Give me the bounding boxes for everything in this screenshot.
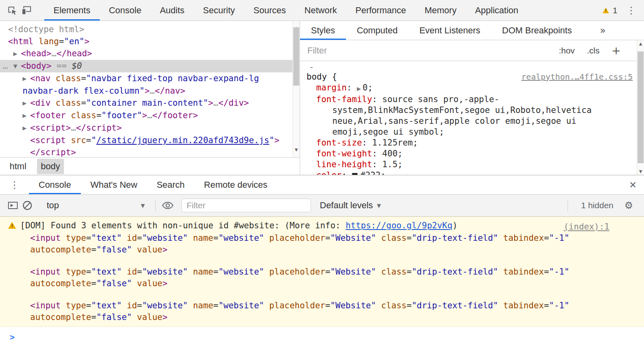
code-token: "drip-text-field" bbox=[412, 267, 498, 277]
inspect-element-button[interactable] bbox=[5, 3, 19, 18]
drawer-menu-icon[interactable]: ⋮ bbox=[7, 178, 22, 192]
collapse-arrow-icon[interactable]: ▼ bbox=[13, 60, 21, 72]
hidden-messages-count[interactable]: 1 hidden bbox=[581, 201, 613, 210]
elements-scrollbar[interactable]: ▲ ▼ bbox=[292, 21, 300, 157]
scroll-up-arrow-icon[interactable]: ▲ bbox=[637, 41, 644, 46]
new-style-rule-button[interactable]: + bbox=[611, 44, 621, 57]
clear-console-button[interactable] bbox=[20, 198, 35, 213]
code-token: = bbox=[544, 267, 549, 277]
css-declaration[interactable]: line-height: 1.5; bbox=[316, 159, 633, 170]
inline-link[interactable]: https://goo.gl/9p2vKq bbox=[346, 221, 453, 230]
code-token: "drip-text-field" bbox=[412, 233, 498, 243]
panel-tab-network[interactable]: Network bbox=[295, 0, 346, 21]
css-declaration[interactable]: color: #222; bbox=[316, 170, 633, 175]
console-warning-message[interactable]: [DOM] Found 3 elements with non-unique i… bbox=[0, 219, 644, 232]
sidebar-tab-styles[interactable]: Styles bbox=[300, 21, 346, 40]
execution-context-selector[interactable]: top ▼ bbox=[41, 200, 150, 211]
panel-tab-performance[interactable]: Performance bbox=[346, 0, 415, 21]
stylesheet-source-link[interactable]: realpython.…4ff1e.css:5 bbox=[521, 72, 633, 82]
close-drawer-button[interactable]: ✕ bbox=[629, 180, 637, 190]
drawer-tab-remote-devices[interactable]: Remote devices bbox=[194, 175, 277, 194]
styles-scrollbar[interactable]: ▲ ▼ bbox=[637, 40, 644, 175]
code-token: class bbox=[56, 98, 81, 108]
code-token: … bbox=[71, 123, 76, 133]
styles-rules: - body { realpython.…4ff1e.css:5 margin:… bbox=[300, 61, 644, 175]
eye-icon bbox=[161, 200, 174, 211]
console-logged-element[interactable]: <input type="text" id="website" name="we… bbox=[0, 300, 644, 323]
drawer-tab-console[interactable]: Console bbox=[29, 175, 81, 194]
sidebar-tab-event-listeners[interactable]: Event Listeners bbox=[408, 21, 491, 40]
inline-link[interactable]: /static/jquery.min.220afd743d9e.js bbox=[96, 135, 269, 145]
dom-node[interactable]: ▶<head>…</head> bbox=[0, 47, 300, 60]
expand-arrow-icon[interactable]: ▶ bbox=[23, 97, 30, 109]
sidebar-tab-dom-breakpoints[interactable]: DOM Breakpoints bbox=[491, 21, 583, 40]
sidebar-tab-computed[interactable]: Computed bbox=[346, 21, 409, 40]
code-token: "website" bbox=[142, 233, 188, 243]
warning-icon bbox=[603, 8, 609, 13]
code-token bbox=[264, 233, 270, 243]
css-declaration[interactable]: margin: ▶ 0; bbox=[316, 82, 633, 94]
dom-node[interactable]: <script src="/static/jquery.min.220afd74… bbox=[0, 134, 300, 146]
panel-tab-application[interactable]: Application bbox=[466, 0, 528, 21]
code-token: : 1.125rem; bbox=[362, 138, 418, 148]
clipped-rule-text: - bbox=[307, 62, 633, 71]
console-settings-gear-icon[interactable]: ⚙ bbox=[621, 198, 636, 213]
console-sidebar-toggle-button[interactable] bbox=[6, 198, 20, 213]
code-token: > bbox=[84, 37, 90, 46]
expand-arrow-icon[interactable]: ▶ bbox=[23, 122, 30, 134]
dom-node[interactable]: …▼<body> == $0 bbox=[0, 60, 300, 72]
panel-tab-memory[interactable]: Memory bbox=[415, 0, 465, 21]
drawer-tab-what-s-new[interactable]: What's New bbox=[81, 175, 147, 194]
dom-node[interactable]: <html lang="en"> bbox=[0, 35, 300, 47]
code-token: "website" bbox=[218, 301, 264, 310]
panel-tab-sources[interactable]: Sources bbox=[244, 0, 295, 21]
breadcrumb-html[interactable]: html bbox=[6, 159, 31, 174]
panel-tab-console[interactable]: Console bbox=[100, 0, 151, 21]
code-token: = bbox=[407, 233, 412, 243]
node-overflow-dots-icon: … bbox=[3, 60, 8, 72]
live-expression-button[interactable] bbox=[160, 198, 175, 213]
message-source-link[interactable]: (index):1 bbox=[564, 221, 609, 233]
code-token: placeholder bbox=[269, 233, 325, 243]
element-classes-toggle-button[interactable]: .cls bbox=[587, 46, 600, 55]
code-token: "Website" bbox=[330, 233, 376, 243]
styles-filter-input[interactable] bbox=[307, 45, 559, 56]
console-prompt[interactable]: > bbox=[0, 327, 644, 343]
panel-tab-audits[interactable]: Audits bbox=[150, 0, 193, 21]
code-token: name bbox=[193, 301, 214, 310]
toggle-device-toolbar-button[interactable] bbox=[19, 3, 34, 18]
console-filter-input[interactable] bbox=[181, 199, 311, 212]
overflow-tabs-button[interactable]: » bbox=[600, 25, 606, 36]
css-declaration[interactable]: font-size: 1.125rem; bbox=[316, 137, 633, 148]
css-selector[interactable]: body { bbox=[307, 72, 337, 82]
dom-node[interactable]: ▶<footer class="footer">…</footer> bbox=[0, 109, 300, 122]
scroll-down-arrow-icon[interactable]: ▼ bbox=[637, 169, 644, 174]
drawer-tab-search[interactable]: Search bbox=[147, 175, 194, 194]
scrollbar-thumb[interactable] bbox=[293, 27, 299, 86]
pseudo-state-toggle-button[interactable]: :hov bbox=[559, 46, 575, 55]
code-token: class bbox=[381, 233, 407, 243]
dom-node[interactable]: ▶<script>…</script> bbox=[0, 122, 300, 134]
expand-arrow-icon[interactable]: ▶ bbox=[23, 73, 30, 85]
code-token bbox=[122, 301, 127, 310]
dom-node[interactable]: <!doctype html> bbox=[0, 23, 300, 35]
expand-arrow-icon[interactable]: ▶ bbox=[13, 48, 21, 60]
css-declaration[interactable]: font-weight: 400; bbox=[316, 148, 633, 159]
panel-tab-security[interactable]: Security bbox=[194, 0, 244, 21]
log-levels-dropdown[interactable]: Default levels ▼ bbox=[320, 200, 381, 211]
dom-node[interactable]: ▶<nav class="navbar fixed-top navbar-exp… bbox=[0, 72, 300, 97]
drawer-tab-bar: ⋮ ConsoleWhat's NewSearchRemote devices … bbox=[0, 175, 644, 195]
customize-devtools-menu-icon[interactable]: ⋮ bbox=[624, 3, 638, 18]
scrollbar-thumb[interactable] bbox=[638, 51, 644, 163]
css-declaration[interactable]: font-family: source sans pro,-apple-syst… bbox=[316, 94, 633, 137]
expand-arrow-icon[interactable]: ▶ bbox=[23, 110, 30, 122]
browser-warnings-button[interactable]: 1 bbox=[603, 6, 617, 15]
panel-tab-elements[interactable]: Elements bbox=[44, 0, 100, 21]
code-token bbox=[122, 267, 127, 277]
console-logged-element[interactable]: <input type="text" id="website" name="we… bbox=[0, 232, 644, 256]
dom-node[interactable]: ▶<div class="container main-content">…</… bbox=[0, 97, 300, 109]
breadcrumb-body[interactable]: body bbox=[37, 159, 64, 174]
dom-node[interactable]: </script> bbox=[0, 146, 300, 157]
console-logged-element[interactable]: <input type="text" id="website" name="we… bbox=[0, 266, 644, 289]
scroll-down-arrow-icon[interactable]: ▼ bbox=[293, 144, 300, 156]
